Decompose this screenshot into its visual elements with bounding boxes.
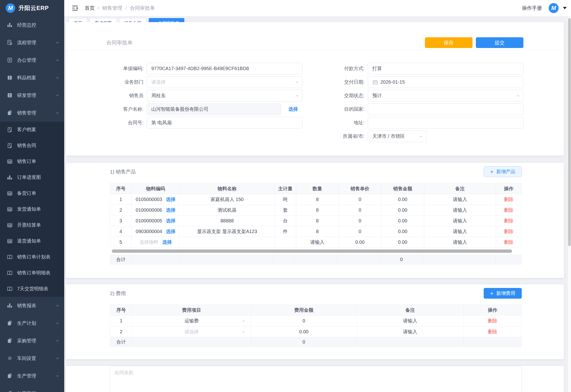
delete-row-link[interactable]: 删除 — [504, 218, 513, 223]
sidebar-item-rd[interactable]: 研发管理 — [0, 86, 64, 104]
sidebar-item-order-progress[interactable]: 订单进度图 — [0, 169, 64, 185]
dest-country-input[interactable] — [368, 103, 523, 115]
cell-fee-amount[interactable]: 0.00 — [251, 326, 357, 337]
cell-op: 删除 — [464, 316, 522, 326]
cell-price[interactable]: 0 — [339, 194, 381, 205]
sidebar-item-shipping-notice[interactable]: 发货通知单 — [0, 201, 64, 217]
select-material-link[interactable]: 选择 — [162, 239, 172, 245]
cell-qty[interactable]: 8 — [296, 205, 339, 215]
page-scrollbar-thumb[interactable] — [568, 18, 571, 246]
cell-price[interactable]: 0.00 — [339, 237, 381, 248]
cell-price[interactable]: 0 — [339, 226, 381, 237]
sidebar-item-order-detail-report[interactable]: 销售订单明细表 — [0, 265, 64, 281]
sidebar-item-production-plan[interactable]: 生产计划 — [0, 314, 64, 332]
gear-icon — [7, 355, 13, 361]
sidebar-item-return-notice[interactable]: 退货通知单 — [0, 233, 64, 249]
col-material-name: 物料名称 — [180, 183, 274, 194]
sidebar-item-invoice-settlement[interactable]: 开票结算单 — [0, 217, 64, 233]
fee-item-select[interactable]: 请选择 — [132, 326, 251, 337]
select-material-link[interactable]: 选择 — [166, 207, 176, 213]
cell-price[interactable]: 0 — [339, 205, 381, 215]
delete-row-link[interactable]: 删除 — [504, 239, 513, 245]
cell-remark[interactable]: 请输入 — [424, 215, 496, 226]
address-input[interactable] — [368, 117, 523, 128]
payment-input[interactable]: 打算 — [368, 63, 523, 74]
cell-fee-amount[interactable]: 0 — [251, 316, 357, 326]
breadcrumb-separator: / — [98, 5, 99, 11]
fees-head: 2) 费用 + 新增费用 — [66, 284, 564, 299]
salesman-select[interactable]: 周桂东 — [147, 90, 302, 101]
cell-qty[interactable]: 请输入 — [296, 237, 339, 248]
delete-row-link[interactable]: 删除 — [504, 197, 513, 202]
cell-remark[interactable]: 请输入 — [424, 237, 496, 248]
sidebar-item-sales[interactable]: 销售管理 — [0, 104, 64, 122]
sidebar-item-customer-files[interactable]: 客户档案 — [0, 122, 64, 138]
department-select[interactable]: 请选择 — [147, 76, 302, 88]
sidebar-item-order-plan-report[interactable]: 销售订单计划表 — [0, 249, 64, 265]
cell-remark[interactable]: 请输入 — [424, 205, 496, 215]
sidebar-item-materials[interactable]: 料品档案 — [0, 69, 64, 86]
cell-qty[interactable]: 8 — [296, 194, 339, 205]
cell-remark[interactable]: 请输入 — [357, 326, 464, 337]
select-material-link[interactable]: 选择 — [166, 218, 176, 224]
sidebar-item-dashboard[interactable]: 经营总控 — [0, 16, 64, 34]
sidebar-item-office[interactable]: 办公管理 — [0, 51, 64, 69]
sidebar-item-stock-order[interactable]: 备货订单 — [0, 185, 64, 201]
page-scrollbar — [567, 16, 571, 392]
submit-button[interactable]: 提交 — [476, 37, 523, 48]
products-head: 1) 销售产品 + 新增产品 — [66, 163, 564, 177]
delivery-date-input[interactable]: 2026-01-15 — [368, 76, 523, 88]
sidebar-item-7day-delivery-report[interactable]: 7天交货明细表 — [0, 281, 64, 297]
breadcrumb-sales[interactable]: 销售管理 — [102, 5, 122, 11]
doc-code-input[interactable]: 9770CA17-3497-4DB2-995E-B49E9CF61BD8 — [147, 63, 302, 74]
open-book-icon — [7, 286, 13, 292]
sidebar-collapse-icon[interactable] — [71, 4, 78, 12]
cell-qty[interactable]: 8 — [296, 215, 339, 226]
sidebar-item-workshop-settings[interactable]: 车间设置 — [0, 350, 64, 367]
manual-link[interactable]: 操作手册 — [522, 5, 542, 11]
select-material-link[interactable]: 选择 — [166, 228, 176, 235]
avatar-dropdown-caret[interactable] — [563, 7, 567, 9]
cell-amount[interactable]: 0.00 — [381, 205, 424, 215]
cell-price[interactable]: 0 — [339, 215, 381, 226]
cell-amount[interactable]: 0.00 — [381, 237, 424, 248]
customer-select-link[interactable]: 选择 — [288, 106, 298, 112]
cell-amount[interactable]: 0.00 — [381, 226, 424, 237]
delete-row-link[interactable]: 删除 — [488, 329, 497, 334]
chevron-down-icon — [55, 93, 60, 98]
horizontal-scrollbar-thumb[interactable] — [112, 250, 512, 253]
save-button[interactable]: 保存 — [425, 37, 472, 48]
add-product-button[interactable]: + 新增产品 — [484, 166, 522, 177]
cell-code: 0100000006选择 — [132, 205, 180, 215]
delete-row-link[interactable]: 删除 — [504, 207, 513, 213]
sidebar-item-sales-contract[interactable]: 销售合同 — [0, 138, 64, 154]
sidebar-item-process[interactable]: 流程管理 — [0, 34, 64, 51]
delivery-status-select[interactable]: 预计 — [368, 90, 523, 101]
total-amount: 0 — [251, 337, 357, 347]
document-edit-icon — [7, 127, 13, 133]
sidebar-item-sales-order[interactable]: 销售订单 — [0, 154, 64, 169]
cell-qty[interactable]: 8 — [296, 226, 339, 237]
province-select[interactable]: 天津市 / 市辖区 — [368, 130, 426, 142]
delete-row-link[interactable]: 删除 — [488, 318, 497, 323]
office-card-icon — [7, 57, 13, 63]
cell-remark[interactable]: 请输入 — [424, 226, 496, 237]
add-fee-button[interactable]: + 新增费用 — [484, 288, 522, 299]
cell-amount[interactable]: 0.00 — [381, 215, 424, 226]
select-material-link[interactable]: 选择 — [166, 196, 176, 203]
breadcrumb-home[interactable]: 首页 — [85, 5, 95, 11]
add-fee-label: 新增费用 — [496, 290, 515, 296]
contract-no-input[interactable]: 第 电风扇 — [147, 117, 302, 128]
cell-remark[interactable]: 请输入 — [357, 316, 464, 326]
fee-item-select[interactable]: 运输费 — [132, 316, 251, 326]
contract-terms-textarea[interactable]: 合同条款 — [110, 366, 522, 392]
cell-amount[interactable]: 0.00 — [381, 194, 424, 205]
cell-remark[interactable]: 请输入 — [424, 194, 496, 205]
delete-row-link[interactable]: 删除 — [504, 229, 513, 234]
sidebar-item-production-mgmt[interactable]: 生产管理 — [0, 367, 64, 385]
chevron-down-icon — [295, 80, 299, 84]
sidebar-item-purchasing[interactable]: 采购管理 — [0, 332, 64, 350]
sidebar-item-machining-workshop[interactable]: 加工车间 — [0, 385, 64, 392]
sidebar-item-sales-report[interactable]: 销售报表 — [0, 297, 64, 314]
avatar[interactable]: M — [549, 3, 559, 13]
